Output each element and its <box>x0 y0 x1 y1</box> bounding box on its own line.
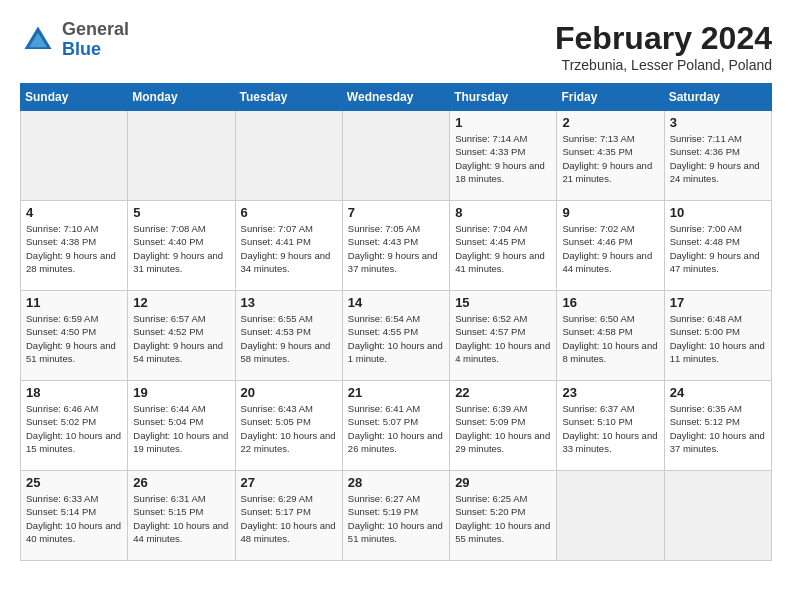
calendar-cell: 18Sunrise: 6:46 AM Sunset: 5:02 PM Dayli… <box>21 381 128 471</box>
calendar-cell: 19Sunrise: 6:44 AM Sunset: 5:04 PM Dayli… <box>128 381 235 471</box>
day-header-wednesday: Wednesday <box>342 84 449 111</box>
day-info: Sunrise: 6:59 AM Sunset: 4:50 PM Dayligh… <box>26 312 122 365</box>
day-number: 17 <box>670 295 766 310</box>
day-number: 21 <box>348 385 444 400</box>
day-info: Sunrise: 6:44 AM Sunset: 5:04 PM Dayligh… <box>133 402 229 455</box>
day-number: 5 <box>133 205 229 220</box>
day-number: 4 <box>26 205 122 220</box>
logo: General Blue <box>20 20 129 60</box>
calendar-cell: 22Sunrise: 6:39 AM Sunset: 5:09 PM Dayli… <box>450 381 557 471</box>
calendar-cell: 23Sunrise: 6:37 AM Sunset: 5:10 PM Dayli… <box>557 381 664 471</box>
day-header-friday: Friday <box>557 84 664 111</box>
calendar-cell <box>342 111 449 201</box>
calendar-cell: 3Sunrise: 7:11 AM Sunset: 4:36 PM Daylig… <box>664 111 771 201</box>
logo-blue: Blue <box>62 39 101 59</box>
day-number: 7 <box>348 205 444 220</box>
day-number: 18 <box>26 385 122 400</box>
day-info: Sunrise: 7:10 AM Sunset: 4:38 PM Dayligh… <box>26 222 122 275</box>
day-info: Sunrise: 6:54 AM Sunset: 4:55 PM Dayligh… <box>348 312 444 365</box>
day-number: 1 <box>455 115 551 130</box>
day-number: 16 <box>562 295 658 310</box>
calendar-cell: 12Sunrise: 6:57 AM Sunset: 4:52 PM Dayli… <box>128 291 235 381</box>
day-info: Sunrise: 7:13 AM Sunset: 4:35 PM Dayligh… <box>562 132 658 185</box>
calendar-week-row: 11Sunrise: 6:59 AM Sunset: 4:50 PM Dayli… <box>21 291 772 381</box>
calendar-cell <box>235 111 342 201</box>
day-number: 11 <box>26 295 122 310</box>
logo-text: General Blue <box>62 20 129 60</box>
day-number: 23 <box>562 385 658 400</box>
day-info: Sunrise: 7:02 AM Sunset: 4:46 PM Dayligh… <box>562 222 658 275</box>
day-info: Sunrise: 6:55 AM Sunset: 4:53 PM Dayligh… <box>241 312 337 365</box>
day-number: 28 <box>348 475 444 490</box>
day-info: Sunrise: 6:25 AM Sunset: 5:20 PM Dayligh… <box>455 492 551 545</box>
day-number: 29 <box>455 475 551 490</box>
day-info: Sunrise: 6:52 AM Sunset: 4:57 PM Dayligh… <box>455 312 551 365</box>
calendar-cell: 6Sunrise: 7:07 AM Sunset: 4:41 PM Daylig… <box>235 201 342 291</box>
calendar-cell <box>557 471 664 561</box>
day-info: Sunrise: 6:46 AM Sunset: 5:02 PM Dayligh… <box>26 402 122 455</box>
calendar-cell: 27Sunrise: 6:29 AM Sunset: 5:17 PM Dayli… <box>235 471 342 561</box>
day-header-sunday: Sunday <box>21 84 128 111</box>
calendar-cell: 15Sunrise: 6:52 AM Sunset: 4:57 PM Dayli… <box>450 291 557 381</box>
calendar-cell: 13Sunrise: 6:55 AM Sunset: 4:53 PM Dayli… <box>235 291 342 381</box>
day-number: 24 <box>670 385 766 400</box>
day-header-row: SundayMondayTuesdayWednesdayThursdayFrid… <box>21 84 772 111</box>
day-number: 2 <box>562 115 658 130</box>
day-info: Sunrise: 7:14 AM Sunset: 4:33 PM Dayligh… <box>455 132 551 185</box>
day-header-thursday: Thursday <box>450 84 557 111</box>
day-info: Sunrise: 6:48 AM Sunset: 5:00 PM Dayligh… <box>670 312 766 365</box>
day-header-monday: Monday <box>128 84 235 111</box>
calendar-cell: 28Sunrise: 6:27 AM Sunset: 5:19 PM Dayli… <box>342 471 449 561</box>
calendar-cell: 14Sunrise: 6:54 AM Sunset: 4:55 PM Dayli… <box>342 291 449 381</box>
day-info: Sunrise: 6:29 AM Sunset: 5:17 PM Dayligh… <box>241 492 337 545</box>
calendar-week-row: 4Sunrise: 7:10 AM Sunset: 4:38 PM Daylig… <box>21 201 772 291</box>
calendar-cell: 7Sunrise: 7:05 AM Sunset: 4:43 PM Daylig… <box>342 201 449 291</box>
day-info: Sunrise: 6:39 AM Sunset: 5:09 PM Dayligh… <box>455 402 551 455</box>
day-info: Sunrise: 6:41 AM Sunset: 5:07 PM Dayligh… <box>348 402 444 455</box>
location-subtitle: Trzebunia, Lesser Poland, Poland <box>555 57 772 73</box>
day-info: Sunrise: 6:27 AM Sunset: 5:19 PM Dayligh… <box>348 492 444 545</box>
day-header-tuesday: Tuesday <box>235 84 342 111</box>
day-info: Sunrise: 6:50 AM Sunset: 4:58 PM Dayligh… <box>562 312 658 365</box>
day-number: 22 <box>455 385 551 400</box>
calendar-cell: 8Sunrise: 7:04 AM Sunset: 4:45 PM Daylig… <box>450 201 557 291</box>
calendar-week-row: 1Sunrise: 7:14 AM Sunset: 4:33 PM Daylig… <box>21 111 772 201</box>
day-number: 26 <box>133 475 229 490</box>
day-number: 13 <box>241 295 337 310</box>
calendar-cell: 16Sunrise: 6:50 AM Sunset: 4:58 PM Dayli… <box>557 291 664 381</box>
day-info: Sunrise: 7:05 AM Sunset: 4:43 PM Dayligh… <box>348 222 444 275</box>
day-info: Sunrise: 6:33 AM Sunset: 5:14 PM Dayligh… <box>26 492 122 545</box>
title-block: February 2024 Trzebunia, Lesser Poland, … <box>555 20 772 73</box>
day-number: 20 <box>241 385 337 400</box>
calendar-cell: 21Sunrise: 6:41 AM Sunset: 5:07 PM Dayli… <box>342 381 449 471</box>
day-number: 27 <box>241 475 337 490</box>
calendar-cell: 25Sunrise: 6:33 AM Sunset: 5:14 PM Dayli… <box>21 471 128 561</box>
calendar-cell: 20Sunrise: 6:43 AM Sunset: 5:05 PM Dayli… <box>235 381 342 471</box>
calendar-week-row: 18Sunrise: 6:46 AM Sunset: 5:02 PM Dayli… <box>21 381 772 471</box>
calendar-cell: 5Sunrise: 7:08 AM Sunset: 4:40 PM Daylig… <box>128 201 235 291</box>
day-info: Sunrise: 7:04 AM Sunset: 4:45 PM Dayligh… <box>455 222 551 275</box>
calendar-week-row: 25Sunrise: 6:33 AM Sunset: 5:14 PM Dayli… <box>21 471 772 561</box>
calendar-cell <box>128 111 235 201</box>
calendar-cell: 4Sunrise: 7:10 AM Sunset: 4:38 PM Daylig… <box>21 201 128 291</box>
day-info: Sunrise: 6:35 AM Sunset: 5:12 PM Dayligh… <box>670 402 766 455</box>
calendar-cell: 29Sunrise: 6:25 AM Sunset: 5:20 PM Dayli… <box>450 471 557 561</box>
day-info: Sunrise: 6:43 AM Sunset: 5:05 PM Dayligh… <box>241 402 337 455</box>
day-info: Sunrise: 7:08 AM Sunset: 4:40 PM Dayligh… <box>133 222 229 275</box>
calendar-cell <box>21 111 128 201</box>
day-info: Sunrise: 6:37 AM Sunset: 5:10 PM Dayligh… <box>562 402 658 455</box>
day-number: 12 <box>133 295 229 310</box>
logo-icon <box>20 22 56 58</box>
page-header: General Blue February 2024 Trzebunia, Le… <box>20 20 772 73</box>
calendar-cell: 10Sunrise: 7:00 AM Sunset: 4:48 PM Dayli… <box>664 201 771 291</box>
day-number: 9 <box>562 205 658 220</box>
day-number: 10 <box>670 205 766 220</box>
day-info: Sunrise: 6:57 AM Sunset: 4:52 PM Dayligh… <box>133 312 229 365</box>
day-number: 15 <box>455 295 551 310</box>
day-number: 19 <box>133 385 229 400</box>
calendar-cell: 9Sunrise: 7:02 AM Sunset: 4:46 PM Daylig… <box>557 201 664 291</box>
calendar-cell: 11Sunrise: 6:59 AM Sunset: 4:50 PM Dayli… <box>21 291 128 381</box>
calendar-cell: 26Sunrise: 6:31 AM Sunset: 5:15 PM Dayli… <box>128 471 235 561</box>
logo-general: General <box>62 19 129 39</box>
day-number: 14 <box>348 295 444 310</box>
